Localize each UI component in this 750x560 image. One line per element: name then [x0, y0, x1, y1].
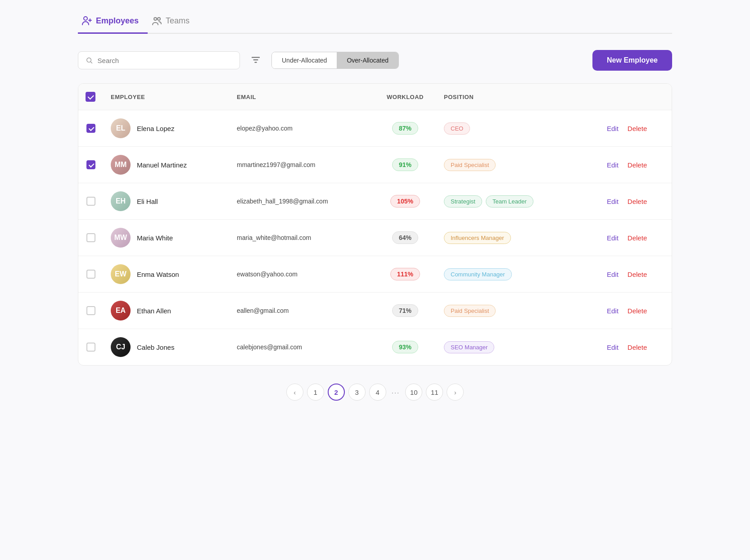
table-row: MWMaria Whitemaria_white@hotmail.com64%I…	[78, 220, 672, 256]
avatar: MW	[111, 228, 131, 248]
edit-button[interactable]: Edit	[607, 271, 619, 278]
edit-button[interactable]: Edit	[607, 343, 619, 351]
workload-badge: 87%	[392, 122, 418, 135]
position-badge: Paid Specialist	[444, 305, 496, 317]
col-header-employee: EMPLOYEE	[104, 84, 230, 110]
avatar: CJ	[111, 337, 131, 357]
svg-point-1	[154, 18, 157, 20]
col-header-position: POSITION	[437, 84, 600, 110]
pagination-dots: ···	[390, 388, 402, 396]
edit-button[interactable]: Edit	[607, 198, 619, 205]
pagination-page-11[interactable]: 11	[426, 384, 443, 401]
employee-email: mmartinez1997@gmail.com	[230, 147, 374, 183]
position-badge: Paid Specialist	[444, 159, 496, 171]
edit-button[interactable]: Edit	[607, 307, 619, 315]
search-icon	[86, 56, 93, 64]
pagination-page-3[interactable]: 3	[348, 384, 366, 401]
toolbar: Under-Allocated Over-Allocated New Emplo…	[78, 50, 672, 71]
select-all-checkbox[interactable]	[86, 92, 95, 102]
table-row: EAEthan Alleneallen@gmail.com71%Paid Spe…	[78, 293, 672, 329]
allocation-toggle: Under-Allocated Over-Allocated	[271, 52, 399, 69]
employee-name: Elena Lopez	[137, 125, 174, 132]
new-employee-button[interactable]: New Employee	[592, 50, 672, 71]
pagination-next[interactable]: ›	[447, 384, 464, 401]
workload-badge: 93%	[392, 341, 418, 353]
employee-email: elizabeth_hall_1998@gmail.com	[230, 183, 374, 220]
tab-teams-label: Teams	[166, 16, 190, 26]
row-checkbox[interactable]	[86, 343, 95, 352]
delete-button[interactable]: Delete	[628, 343, 647, 351]
edit-button[interactable]: Edit	[607, 234, 619, 242]
row-checkbox[interactable]	[86, 306, 95, 315]
delete-button[interactable]: Delete	[628, 161, 647, 169]
delete-button[interactable]: Delete	[628, 271, 647, 278]
position-badge: Community Manager	[444, 268, 512, 280]
employee-email: eallen@gmail.com	[230, 293, 374, 329]
row-checkbox[interactable]	[86, 197, 95, 206]
filter-icon	[251, 55, 261, 65]
table-row: EWEnma Watsonewatson@yahoo.com111%Commun…	[78, 256, 672, 293]
position-badge: Influencers Manager	[444, 232, 511, 244]
search-wrapper	[78, 51, 240, 69]
svg-point-0	[84, 17, 87, 20]
pagination-page-4[interactable]: 4	[369, 384, 386, 401]
avatar: MM	[111, 155, 131, 175]
table-row: MMManuel Martinezmmartinez1997@gmail.com…	[78, 147, 672, 183]
employee-name: Manuel Martinez	[137, 161, 187, 169]
over-allocated-button[interactable]: Over-Allocated	[337, 52, 398, 68]
employee-name: Ethan Allen	[137, 307, 171, 315]
position-badge: Strategist	[444, 195, 482, 208]
employee-email: maria_white@hotmail.com	[230, 220, 374, 256]
avatar: EW	[111, 264, 131, 284]
employee-name: Caleb Jones	[137, 343, 174, 351]
pagination: ‹ 1 2 3 4 ··· 10 11 ›	[78, 380, 672, 410]
search-input[interactable]	[98, 57, 232, 64]
row-checkbox[interactable]	[86, 160, 95, 169]
position-badge: Team Leader	[486, 195, 533, 208]
workload-badge: 64%	[392, 231, 418, 244]
avatar: EH	[111, 191, 131, 211]
delete-button[interactable]: Delete	[628, 198, 647, 205]
avatar: EA	[111, 301, 131, 321]
svg-point-3	[87, 58, 91, 62]
workload-badge: 71%	[392, 304, 418, 317]
svg-point-2	[158, 18, 160, 20]
employee-email: ewatson@yahoo.com	[230, 256, 374, 293]
pagination-page-10[interactable]: 10	[405, 384, 422, 401]
edit-button[interactable]: Edit	[607, 161, 619, 169]
employee-name: Enma Watson	[137, 271, 179, 278]
pagination-prev[interactable]: ‹	[286, 384, 303, 401]
position-badge: CEO	[444, 122, 470, 135]
row-checkbox[interactable]	[86, 124, 95, 133]
position-badge: SEO Manager	[444, 341, 494, 353]
table-row: ELElena Lopezelopez@yahoo.com87%CEOEditD…	[78, 110, 672, 147]
delete-button[interactable]: Delete	[628, 234, 647, 242]
edit-button[interactable]: Edit	[607, 125, 619, 132]
row-checkbox[interactable]	[86, 233, 95, 242]
teams-icon	[151, 15, 162, 26]
delete-button[interactable]: Delete	[628, 307, 647, 315]
tab-employees-label: Employees	[96, 16, 139, 26]
table-row: CJCaleb Jonescalebjones@gmail.com93%SEO …	[78, 329, 672, 366]
under-allocated-button[interactable]: Under-Allocated	[272, 52, 337, 68]
employees-icon	[81, 15, 92, 26]
col-header-actions	[600, 84, 672, 110]
tab-teams[interactable]: Teams	[148, 9, 199, 34]
workload-badge: 105%	[390, 195, 420, 208]
tabs-bar: Employees Teams	[78, 9, 672, 34]
col-header-email: EMAIL	[230, 84, 374, 110]
table-row: EHEli Hallelizabeth_hall_1998@gmail.com1…	[78, 183, 672, 220]
col-header-workload: WORKLOAD	[374, 84, 437, 110]
delete-button[interactable]: Delete	[628, 125, 647, 132]
employees-table: EMPLOYEE EMAIL WORKLOAD POSITION ELEle	[78, 83, 672, 366]
filter-button[interactable]	[247, 51, 264, 70]
tab-employees[interactable]: Employees	[78, 9, 148, 34]
workload-badge: 91%	[392, 158, 418, 171]
pagination-page-2[interactable]: 2	[328, 384, 345, 401]
employee-email: calebjones@gmail.com	[230, 329, 374, 366]
workload-badge: 111%	[390, 268, 420, 280]
employee-name: Eli Hall	[137, 198, 158, 205]
pagination-page-1[interactable]: 1	[307, 384, 324, 401]
row-checkbox[interactable]	[86, 270, 95, 279]
employee-email: elopez@yahoo.com	[230, 110, 374, 147]
